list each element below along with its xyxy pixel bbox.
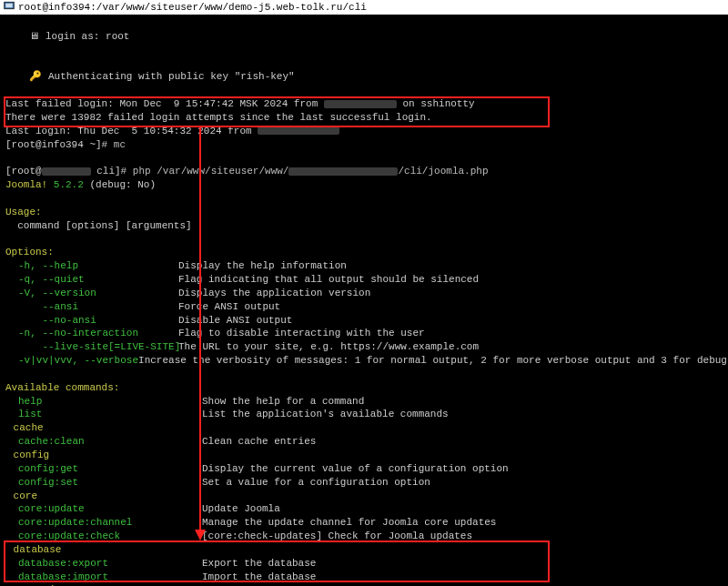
command-description: Export the database: [202, 557, 316, 571]
login-line: There were 13982 failed login attempts s…: [5, 111, 723, 125]
usage-body: command [options] [arguments]: [5, 219, 723, 233]
command-description: Clean cache entries: [202, 435, 316, 449]
option-row: --no-ansiDisable ANSI output: [5, 314, 723, 328]
option-row: -v|vv|vvv, --verboseIncrease the verbosi…: [5, 354, 723, 368]
command-description: [core:check-updates] Check for Joomla up…: [202, 530, 472, 543]
command-description: Display the current value of a configura…: [202, 462, 509, 476]
command-group-config: config: [5, 449, 723, 462]
redacted-ip: [324, 100, 397, 108]
redacted-host: [42, 167, 91, 176]
redacted-path: [288, 167, 398, 176]
command-row: database:exportExport the database: [5, 557, 723, 571]
option-description: Disable ANSI output: [178, 314, 292, 328]
login-line: Last login: Thu Dec 5 10:54:32 2024 from: [5, 125, 723, 138]
command-description: List the application's available command…: [202, 408, 449, 421]
terminal-area[interactable]: 🖥 login as: root 🔑 Authenticating with p…: [0, 15, 728, 586]
command-description: Set a value for a configuration option: [202, 476, 430, 490]
option-description: Displays the application version: [178, 287, 370, 300]
option-row: -V, --versionDisplays the application ve…: [5, 287, 723, 300]
command-name: cache:clean: [5, 435, 202, 449]
putty-small-icon: 🖥: [29, 31, 46, 42]
command-line: [root@ cli]# php /var/www/siteuser/www//…: [5, 165, 723, 178]
command-name: config:get: [5, 462, 202, 476]
option-row: -h, --helpDisplay the help information: [5, 259, 723, 273]
option-flag: --live-site[=LIVE-SITE]: [5, 340, 178, 354]
available-commands-title: Available commands:: [5, 381, 723, 395]
redacted-ip: [258, 126, 339, 135]
command-row: config:getDisplay the current value of a…: [5, 462, 723, 476]
option-flag: --no-ansi: [5, 314, 178, 328]
option-row: --live-site[=LIVE-SITE]The URL to your s…: [5, 340, 723, 354]
command-group-cache: cache: [5, 421, 723, 435]
usage-title: Usage:: [5, 206, 723, 219]
option-description: The URL to your site, e.g. https://www.e…: [178, 340, 479, 354]
option-row: -q, --quietFlag indicating that all outp…: [5, 273, 723, 287]
svg-rect-1: [5, 3, 13, 7]
option-row: --ansiForce ANSI output: [5, 300, 723, 314]
command-name: core:update: [5, 502, 202, 516]
command-row: core:update:check[core:check-updates] Ch…: [5, 530, 723, 543]
command-row: core:update:channelManage the update cha…: [5, 516, 723, 530]
option-description: Display the help information: [178, 259, 347, 273]
putty-icon: [4, 0, 15, 15]
command-name: core:update:channel: [5, 516, 202, 530]
command-description: Show the help for a command: [202, 395, 364, 409]
command-name: config:set: [5, 476, 202, 490]
command-row: cache:cleanClean cache entries: [5, 435, 723, 449]
option-flag: -h, --help: [5, 259, 178, 273]
login-line: Last failed login: Mon Dec 9 15:47:42 MS…: [5, 97, 723, 111]
option-flag: -v|vv|vvv, --verbose: [5, 354, 138, 368]
command-group-database: database: [5, 543, 723, 557]
command-row: config:setSet a value for a configuratio…: [5, 476, 723, 490]
window-title: root@info394:/var/www/siteuser/www/demo-…: [18, 1, 367, 15]
command-name: database:import: [5, 571, 202, 584]
command-description: Manage the update channel for Joomla cor…: [202, 516, 496, 530]
key-icon: 🔑: [29, 71, 48, 82]
option-description: Increase the verbosity of messages: 1 fo…: [138, 354, 727, 368]
option-description: Force ANSI output: [178, 300, 280, 314]
command-row: core:updateUpdate Joomla: [5, 502, 723, 516]
command-name: help: [5, 395, 202, 409]
option-description: Flag to disable interacting with the use…: [178, 327, 425, 340]
prompt-line: [root@info394 ~]# mc: [5, 138, 723, 152]
command-description: Import the database: [202, 571, 316, 584]
command-name: list: [5, 408, 202, 421]
command-name: database:export: [5, 557, 202, 571]
command-row: listList the application's available com…: [5, 408, 723, 421]
window-titlebar: root@info394:/var/www/siteuser/www/demo-…: [0, 0, 728, 15]
option-flag: -n, --no-interaction: [5, 327, 178, 340]
login-line: 🔑 Authenticating with public key "rish-k…: [5, 57, 723, 98]
option-flag: -q, --quiet: [5, 273, 178, 287]
command-row: database:importImport the database: [5, 571, 723, 584]
joomla-version: Joomla! 5.2.2 (debug: No): [5, 178, 723, 192]
option-row: -n, --no-interactionFlag to disable inte…: [5, 327, 723, 340]
login-line: 🖥 login as: root: [5, 16, 723, 57]
option-flag: --ansi: [5, 300, 178, 314]
command-group-core: core: [5, 490, 723, 503]
command-row: helpShow the help for a command: [5, 395, 723, 409]
command-description: Update Joomla: [202, 502, 280, 516]
options-title: Options:: [5, 246, 723, 259]
command-name: core:update:check: [5, 530, 202, 543]
option-flag: -V, --version: [5, 287, 178, 300]
option-description: Flag indicating that all output should b…: [178, 273, 479, 287]
